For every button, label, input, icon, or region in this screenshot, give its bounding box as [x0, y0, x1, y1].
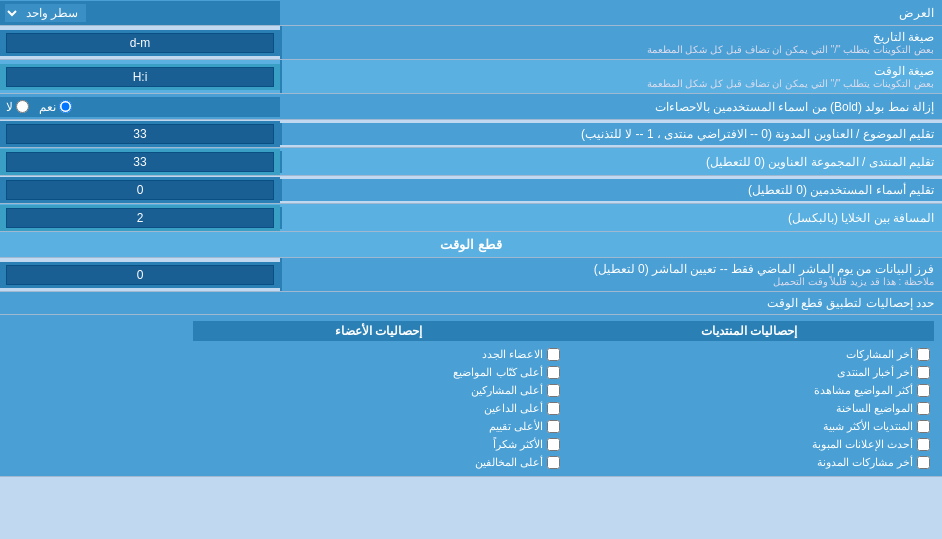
checkbox-item-posts-1: أخر المشاركات [564, 347, 934, 362]
bold-remove-no-label: لا [6, 100, 29, 114]
forum-address-input[interactable] [6, 152, 274, 172]
checkbox-item-posts-7: أخر مشاركات المدونة [564, 455, 934, 470]
time-format-row: صيغة الوقت بعض التكوينات يتطلب "/" التي … [0, 60, 942, 94]
checkbox-most-similar[interactable] [917, 420, 930, 433]
checkbox-item-members-6: الأكثر شكراً [193, 437, 563, 452]
checkbox-last-news[interactable] [917, 366, 930, 379]
checkbox-last-blog-posts[interactable] [917, 456, 930, 469]
forum-address-input-wrapper [0, 149, 280, 175]
user-names-input-wrapper [0, 177, 280, 203]
checkbox-item-posts-3: أكثر المواضيع مشاهدة [564, 383, 934, 398]
display-mode-select-wrapper: سطر واحد عدة أسطر [0, 1, 280, 25]
checkbox-hot-topics[interactable] [917, 402, 930, 415]
members-column: إحصاليات الأعضاء الاعضاء الجدد أعلى كتّا… [193, 321, 563, 470]
checkbox-item-members-3: أعلى المشاركين [193, 383, 563, 398]
checkbox-item-members-2: أعلى كتّاب المواضيع [193, 365, 563, 380]
posts-column-header: إحصاليات المنتديات [564, 321, 934, 341]
topic-address-input[interactable] [6, 124, 274, 144]
checkbox-most-viewed[interactable] [917, 384, 930, 397]
display-mode-label: العرض [280, 2, 942, 24]
realtime-section-header: قطع الوقت [0, 232, 942, 258]
forum-address-label: تقليم المنتدى / المجموعة العناوين (0 للت… [280, 151, 942, 173]
posts-column: إحصاليات المنتديات أخر المشاركات أخر أخب… [564, 321, 934, 470]
checkbox-item-posts-2: أخر أخبار المنتدى [564, 365, 934, 380]
date-format-row: صيغة التاريخ بعض التكوينات يتطلب "/" الت… [0, 26, 942, 60]
bold-remove-radio-group: نعم لا [0, 97, 280, 117]
date-format-input[interactable] [6, 33, 274, 53]
bold-remove-no-radio[interactable] [16, 100, 29, 113]
bold-remove-row: إزالة نمط بولد (Bold) من اسماء المستخدمي… [0, 94, 942, 120]
time-format-label: صيغة الوقت بعض التكوينات يتطلب "/" التي … [280, 60, 942, 93]
checkbox-new-members[interactable] [547, 348, 560, 361]
checkbox-item-posts-4: المواضيع الساخنة [564, 401, 934, 416]
display-mode-row: العرض سطر واحد عدة أسطر [0, 0, 942, 26]
space-between-input[interactable] [6, 208, 274, 228]
bold-remove-yes-label: نعم [39, 100, 72, 114]
topic-address-label: تقليم الموضوع / العناوين المدونة (0 -- ا… [280, 123, 942, 145]
checkbox-item-members-4: أعلى الداعين [193, 401, 563, 416]
checkboxes-container: إحصاليات المنتديات أخر المشاركات أخر أخب… [8, 321, 934, 470]
date-format-input-wrapper [0, 30, 280, 56]
checkbox-item-posts-5: المنتديات الأكثر شبية [564, 419, 934, 434]
checkbox-item-posts-6: أحدث الإعلانات المبوبة [564, 437, 934, 452]
checkbox-top-violators[interactable] [547, 456, 560, 469]
checkbox-item-members-7: أعلى المخالفين [193, 455, 563, 470]
checkbox-most-thanked[interactable] [547, 438, 560, 451]
checkbox-top-topic-writers[interactable] [547, 366, 560, 379]
members-column-header: إحصاليات الأعضاء [193, 321, 563, 341]
forum-address-row: تقليم المنتدى / المجموعة العناوين (0 للت… [0, 148, 942, 176]
checkbox-latest-ads[interactable] [917, 438, 930, 451]
apply-label-row: حدد إحصاليات لتطبيق قطع الوقت [0, 292, 942, 315]
date-format-label: صيغة التاريخ بعض التكوينات يتطلب "/" الت… [280, 26, 942, 59]
user-names-row: تقليم أسماء المستخدمين (0 للتعطيل) [0, 176, 942, 204]
topic-address-row: تقليم الموضوع / العناوين المدونة (0 -- ا… [0, 120, 942, 148]
user-names-input[interactable] [6, 180, 274, 200]
checkbox-item-members-5: الأعلى تقييم [193, 419, 563, 434]
space-between-input-wrapper [0, 205, 280, 231]
bold-remove-label: إزالة نمط بولد (Bold) من اسماء المستخدمي… [280, 96, 942, 118]
checkbox-top-participants[interactable] [547, 384, 560, 397]
filter-input-wrapper [0, 262, 280, 288]
time-format-input[interactable] [6, 67, 274, 87]
user-names-label: تقليم أسماء المستخدمين (0 للتعطيل) [280, 179, 942, 201]
filter-row: فرز البيانات من يوم الماشر الماضي فقط --… [0, 258, 942, 292]
filter-label: فرز البيانات من يوم الماشر الماضي فقط --… [280, 258, 942, 291]
checkbox-item-members-1: الاعضاء الجدد [193, 347, 563, 362]
bold-remove-yes-radio[interactable] [59, 100, 72, 113]
topic-address-input-wrapper [0, 121, 280, 147]
checkboxes-section: إحصاليات المنتديات أخر المشاركات أخر أخب… [0, 315, 942, 477]
space-between-label: المسافة بين الخلايا (بالبكسل) [280, 207, 942, 229]
main-container: العرض سطر واحد عدة أسطر صيغة التاريخ بعض… [0, 0, 942, 477]
checkbox-top-rated[interactable] [547, 420, 560, 433]
space-between-row: المسافة بين الخلايا (بالبكسل) [0, 204, 942, 232]
display-mode-select[interactable]: سطر واحد عدة أسطر [4, 3, 87, 23]
filter-input[interactable] [6, 265, 274, 285]
time-format-input-wrapper [0, 64, 280, 90]
empty-column [8, 321, 193, 470]
checkbox-last-posts[interactable] [917, 348, 930, 361]
checkbox-top-inviters[interactable] [547, 402, 560, 415]
